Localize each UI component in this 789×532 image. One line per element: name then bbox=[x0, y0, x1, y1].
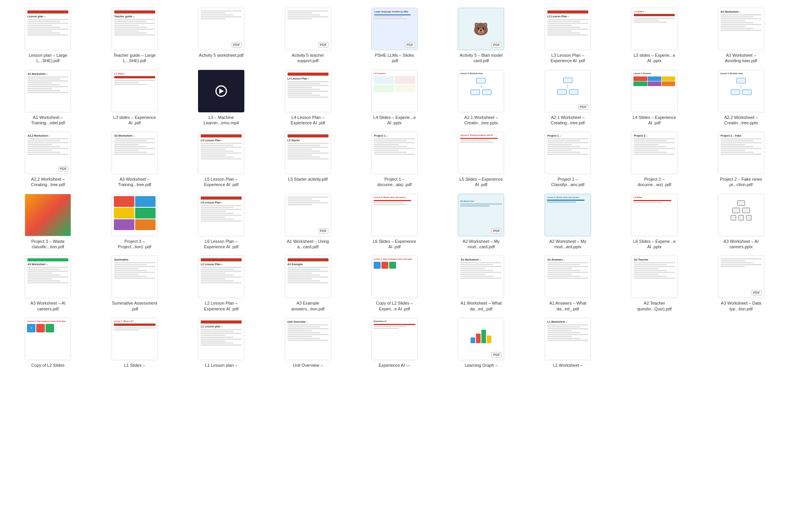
file-label: L6 Slides – Experience AI .pdf bbox=[371, 239, 418, 250]
list-item[interactable]: L3 slides – L3 slides – Experience AI .p… bbox=[93, 70, 176, 126]
list-item[interactable]: Lesson 1: What is AI? L1 Slides – bbox=[93, 318, 176, 368]
file-label: A3 Example answers...tion.pdf bbox=[285, 300, 331, 312]
list-item[interactable]: Lesson 6: Model cards and careers A2 Wor… bbox=[526, 194, 610, 250]
list-item[interactable]: PDF Learning Graph – bbox=[439, 318, 523, 368]
list-item[interactable]: L1 Lesson plan – L1 Lesson plan – bbox=[179, 318, 263, 368]
file-label: Project 3 – Waste classific...tion.pdf bbox=[25, 239, 71, 250]
list-item[interactable]: Project 3 – Project...tion) .pdf bbox=[93, 194, 176, 250]
list-item[interactable]: A3 Example A3 Example answers...tio bbox=[266, 256, 349, 312]
file-thumbnail: Project 1 – bbox=[545, 132, 591, 174]
list-item[interactable]: L5 Starter L5 Starter activity.pdf bbox=[266, 132, 349, 188]
file-label: L1 Lesson plan – bbox=[205, 363, 237, 368]
file-thumbnail: Lesson 4: Decision trees bbox=[718, 70, 764, 112]
file-thumbnail: Lesson 6: Model cards and careers bbox=[371, 194, 418, 236]
list-item[interactable]: A2 Teacher A2 Teacher questio...Qui bbox=[613, 256, 696, 312]
file-label: A3 Worksheet – AI careers.pdf bbox=[25, 300, 71, 312]
list-item[interactable]: Project 3 – Waste classific...tion.pdf bbox=[6, 194, 90, 250]
list-item[interactable]: Lesson 4: Decision trees A2.1 Worksheet … bbox=[439, 70, 523, 126]
file-thumbnail: Lesson 1: What is AI? bbox=[112, 318, 158, 360]
list-item[interactable]: PDF Activity 5 teacher support.pdf bbox=[266, 8, 349, 64]
file-label: A3 Worksheet – AI careers.pptx bbox=[718, 239, 764, 250]
file-label: A3 Worksheet – Training...tree.pdf bbox=[112, 176, 158, 188]
file-label: PSHE LLMs – Slides .pdf bbox=[371, 53, 418, 64]
file-label: L2 Lesson Plan – Experience AI .pdf bbox=[198, 300, 244, 312]
list-item[interactable]: Large language models (LLMs) PDF PSHE LL… bbox=[353, 8, 436, 64]
list-item[interactable]: 🐻 PDF Activity 5 – Blah model card.pdf bbox=[439, 8, 523, 64]
list-item[interactable]: Project 2 – Project 2 – docume...ws bbox=[613, 132, 696, 188]
file-thumbnail: A2.2 Worksheet – PDF bbox=[25, 132, 71, 174]
file-thumbnail: L6 Lesson Plan – bbox=[198, 194, 244, 236]
file-thumbnail: L1 Lesson plan – bbox=[198, 318, 244, 360]
list-item[interactable]: PDF A3 Worksheet – Data typ...tion.pdf bbox=[699, 256, 783, 312]
file-label: Project 2 – Fake news pr...ction.pdf bbox=[718, 176, 764, 188]
file-label: L5 Starter activity.pdf bbox=[288, 176, 328, 182]
file-label: L4 Slides – Experie...e AI .pptx bbox=[371, 115, 418, 126]
list-item[interactable]: L3 – Machine Learnin...emo.mp4 bbox=[179, 70, 263, 126]
file-thumbnail: L2 Lesson Plan – bbox=[198, 256, 244, 298]
file-thumbnail: Lesson 4: Decision bbox=[631, 70, 677, 112]
list-item[interactable]: L3 slides – L3 slides – Experie...e AI .… bbox=[613, 8, 696, 64]
file-label: L4 Slides – Experience AI .pdf bbox=[631, 115, 677, 126]
list-item[interactable]: A1 Worksheet – A1 Worksheet – Train bbox=[6, 70, 90, 126]
list-item[interactable]: A2.2 Worksheet – PDF A2.2 Worksheet bbox=[6, 132, 90, 188]
file-thumbnail: PDF bbox=[545, 70, 591, 112]
file-thumbnail: A1 Worksheet – bbox=[25, 70, 71, 112]
file-label: A1 Worksheet – Training...odel.pdf bbox=[25, 115, 71, 126]
list-item[interactable]: Lesson 2: How computers learn from data … bbox=[6, 318, 90, 368]
file-label: A2.2 Worksheet – Creatin...tree.pptx bbox=[718, 115, 764, 126]
file-thumbnail: A3 Worksheet – bbox=[718, 8, 764, 50]
list-item[interactable]: L5 Lesson Plan – L5 Lesson Plan – E bbox=[179, 132, 263, 188]
list-item[interactable]: Lesson 6: Model cards and careers L6 Sli… bbox=[353, 194, 436, 250]
list-item[interactable]: Lesson plan – Lesson plan – Large L bbox=[6, 8, 90, 64]
list-item[interactable]: Lesson 4: Decision L4 Slides – Experienc… bbox=[613, 70, 696, 126]
list-item[interactable]: PDF A2.1 Worksheet – Creating...tree.pdf bbox=[526, 70, 610, 126]
list-item[interactable]: A3 Worksheet – A3 Worksheet – Train bbox=[93, 132, 176, 188]
file-thumbnail: A2 Teacher bbox=[631, 256, 677, 298]
list-item[interactable]: PDF Activity 5 worksheet.pdf bbox=[179, 8, 263, 64]
file-thumbnail: Lesson 4: Decision trees bbox=[458, 70, 504, 112]
list-item[interactable]: L6 Lesson Plan – L6 Lesson Plan – E bbox=[179, 194, 263, 250]
list-item[interactable]: Teacher guide – Teacher guide – Lar bbox=[93, 8, 176, 64]
file-label: L3 Lesson Plan – Experience AI .pdf bbox=[545, 53, 591, 64]
list-item[interactable]: Summative Summative Assessment .pdf bbox=[93, 256, 176, 312]
file-thumbnail: A1 Answers – bbox=[545, 256, 591, 298]
list-item[interactable]: Lesson 4: Decision trees A2.2 Worksheet … bbox=[699, 70, 783, 126]
file-label: L3 slides – Experie...e AI .pptx bbox=[631, 53, 677, 64]
list-item[interactable]: Lesson 2: How computers learn from data … bbox=[353, 256, 436, 312]
list-item[interactable]: Experience AI Experience AI — bbox=[353, 318, 436, 368]
file-label: Lesson plan – Large L...SHE).pdf bbox=[25, 53, 71, 64]
list-item[interactable]: L4 Lesson Plan – L4 Lesson Plan – E bbox=[266, 70, 349, 126]
list-item[interactable]: A3 Worksheet – AI careers.pptx bbox=[699, 194, 783, 250]
list-item[interactable]: L2 Lesson Plan – L2 Lesson Plan – E bbox=[179, 256, 263, 312]
list-item[interactable]: L1 Worksheet – L1 Worksheet – bbox=[526, 318, 610, 368]
file-thumbnail: Lesson 2: How computers learn from data … bbox=[25, 318, 71, 360]
file-thumbnail: A1 Worksheet – bbox=[458, 256, 504, 298]
file-label: L5 Lesson Plan – Experience AI .pdf bbox=[198, 176, 244, 188]
list-item[interactable]: Project 1 – Project 1 – docume...at bbox=[353, 132, 436, 188]
file-label: Activity 5 – Blah model card.pdf bbox=[458, 53, 504, 64]
list-item[interactable]: Unit Overview – Unit Overview – bbox=[266, 318, 349, 368]
file-thumbnail: Lesson plan – bbox=[25, 8, 71, 50]
list-item[interactable]: PDF My Model Card A2 Worksheet – My mod.… bbox=[439, 194, 523, 250]
file-thumbnail: Lesson 2: How computers learn from data bbox=[371, 256, 418, 298]
file-thumbnail: PDF bbox=[285, 194, 331, 236]
list-item[interactable]: PDF A1 Worksheet – Using a...card.pdf bbox=[266, 194, 349, 250]
list-item[interactable]: Project 2 – Fake Project 2 – Fake n bbox=[699, 132, 783, 188]
list-item[interactable]: A3 Worksheet – A3 Worksheet – Avoid bbox=[699, 8, 783, 64]
list-item[interactable]: L4 Lesson: L4 Slides – Experie...e AI .p… bbox=[353, 70, 436, 126]
file-thumbnail: Lesson 6: Model cards and careers bbox=[545, 194, 591, 236]
file-label: Project 3 – Project...tion) .pdf bbox=[112, 239, 158, 250]
file-thumbnail: L4 Lesson: bbox=[371, 70, 418, 112]
file-label: A1 Worksheet – What da...ed_.pdf bbox=[458, 300, 504, 312]
file-thumbnail: Unit Overview – bbox=[285, 318, 331, 360]
list-item[interactable]: A1 Answers – A1 Answers – What da.. bbox=[526, 256, 610, 312]
list-item[interactable]: L6 Slides L6 Slides – Experie...e AI .pp… bbox=[613, 194, 696, 250]
list-item[interactable]: A1 Worksheet – A1 Worksheet – What bbox=[439, 256, 523, 312]
list-item[interactable]: Project 1 – Project 1 – Classifyi.. bbox=[526, 132, 610, 188]
file-label: A2.1 Worksheet – Creating...tree.pdf bbox=[545, 115, 591, 126]
file-label: L6 Slides – Experie...e AI .pptx bbox=[631, 239, 677, 250]
list-item[interactable]: A3 Worksheet – A3 Worksheet – AI ca bbox=[6, 256, 90, 312]
list-item[interactable]: Lesson 5: Solving problems with AI L5 Sl… bbox=[439, 132, 523, 188]
file-label: L3 – Machine Learnin...emo.mp4 bbox=[198, 115, 244, 126]
list-item[interactable]: L3 Lesson Plan – L3 Lesson Plan – E bbox=[526, 8, 610, 64]
